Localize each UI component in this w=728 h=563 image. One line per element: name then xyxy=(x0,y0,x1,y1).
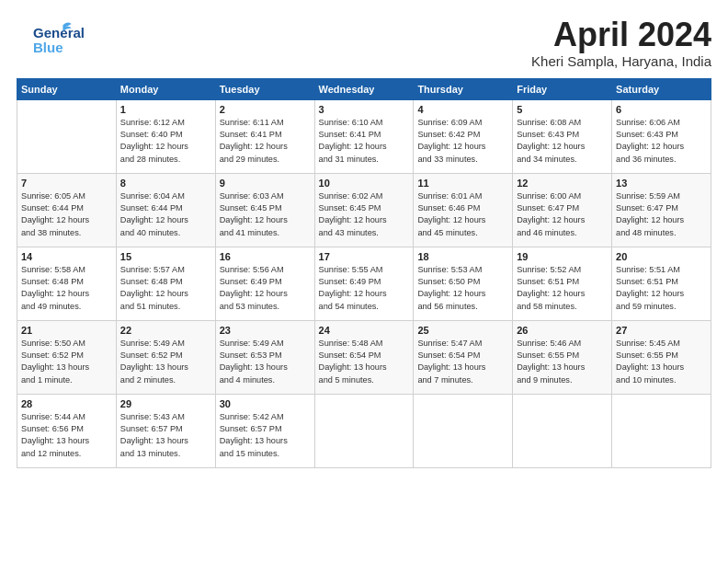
day-info: Sunrise: 5:44 AMSunset: 6:56 PMDaylight:… xyxy=(21,411,112,460)
calendar-cell: 14Sunrise: 5:58 AMSunset: 6:48 PMDayligh… xyxy=(17,247,117,320)
calendar-header-row: SundayMondayTuesdayWednesdayThursdayFrid… xyxy=(17,78,711,99)
calendar-cell: 22Sunrise: 5:49 AMSunset: 6:52 PMDayligh… xyxy=(116,320,215,394)
calendar-cell: 24Sunrise: 5:48 AMSunset: 6:54 PMDayligh… xyxy=(314,320,414,394)
day-info: Sunrise: 5:43 AMSunset: 6:57 PMDaylight:… xyxy=(120,411,211,460)
calendar-cell xyxy=(314,394,414,467)
day-of-week-header: Saturday xyxy=(612,78,711,99)
calendar-cell: 13Sunrise: 5:59 AMSunset: 6:47 PMDayligh… xyxy=(612,173,711,247)
day-info: Sunrise: 5:49 AMSunset: 6:52 PMDaylight:… xyxy=(120,338,211,386)
page: General Blue April 2024 Kheri Sampla, Ha… xyxy=(0,0,728,563)
day-info: Sunrise: 6:12 AMSunset: 6:40 PMDaylight:… xyxy=(120,117,211,166)
day-number: 16 xyxy=(220,251,311,262)
calendar-table: SundayMondayTuesdayWednesdayThursdayFrid… xyxy=(17,78,711,468)
day-of-week-header: Tuesday xyxy=(215,78,314,99)
day-info: Sunrise: 5:53 AMSunset: 6:50 PMDaylight:… xyxy=(417,264,508,313)
day-info: Sunrise: 5:42 AMSunset: 6:57 PMDaylight:… xyxy=(220,411,311,460)
day-info: Sunrise: 5:49 AMSunset: 6:53 PMDaylight:… xyxy=(220,338,311,386)
day-number: 9 xyxy=(220,178,311,189)
day-number: 17 xyxy=(319,251,410,262)
day-info: Sunrise: 6:08 AMSunset: 6:43 PMDaylight:… xyxy=(517,117,608,166)
day-number: 25 xyxy=(417,325,508,336)
day-info: Sunrise: 6:00 AMSunset: 6:47 PMDaylight:… xyxy=(517,190,608,239)
day-number: 12 xyxy=(517,178,608,189)
calendar-cell: 17Sunrise: 5:55 AMSunset: 6:49 PMDayligh… xyxy=(314,247,414,320)
day-info: Sunrise: 6:02 AMSunset: 6:45 PMDaylight:… xyxy=(319,190,410,239)
day-info: Sunrise: 5:46 AMSunset: 6:55 PMDaylight:… xyxy=(517,338,608,386)
day-number: 10 xyxy=(319,178,410,189)
day-info: Sunrise: 6:06 AMSunset: 6:43 PMDaylight:… xyxy=(616,117,707,166)
calendar-cell: 30Sunrise: 5:42 AMSunset: 6:57 PMDayligh… xyxy=(215,394,314,467)
day-info: Sunrise: 6:05 AMSunset: 6:44 PMDaylight:… xyxy=(21,190,112,239)
day-number: 24 xyxy=(319,325,410,336)
calendar-cell: 21Sunrise: 5:50 AMSunset: 6:52 PMDayligh… xyxy=(17,320,117,394)
day-info: Sunrise: 5:56 AMSunset: 6:49 PMDaylight:… xyxy=(220,264,311,313)
day-number: 28 xyxy=(21,398,112,409)
calendar-cell: 2Sunrise: 6:11 AMSunset: 6:41 PMDaylight… xyxy=(215,99,314,173)
day-info: Sunrise: 5:45 AMSunset: 6:55 PMDaylight:… xyxy=(616,338,707,386)
day-of-week-header: Monday xyxy=(116,78,215,99)
day-number: 7 xyxy=(21,178,112,189)
day-number: 29 xyxy=(120,398,211,409)
calendar-cell xyxy=(17,99,117,173)
day-info: Sunrise: 5:51 AMSunset: 6:51 PMDaylight:… xyxy=(616,264,707,313)
calendar-cell: 26Sunrise: 5:46 AMSunset: 6:55 PMDayligh… xyxy=(513,320,612,394)
calendar-cell: 23Sunrise: 5:49 AMSunset: 6:53 PMDayligh… xyxy=(215,320,314,394)
day-number: 19 xyxy=(517,251,608,262)
day-number: 23 xyxy=(220,325,311,336)
day-number: 11 xyxy=(417,178,508,189)
day-number: 13 xyxy=(616,178,707,189)
calendar-cell: 3Sunrise: 6:10 AMSunset: 6:41 PMDaylight… xyxy=(314,99,414,173)
day-info: Sunrise: 6:11 AMSunset: 6:41 PMDaylight:… xyxy=(220,117,311,166)
calendar-cell: 20Sunrise: 5:51 AMSunset: 6:51 PMDayligh… xyxy=(612,247,711,320)
day-info: Sunrise: 5:57 AMSunset: 6:48 PMDaylight:… xyxy=(120,264,211,313)
calendar-cell xyxy=(414,394,513,467)
day-info: Sunrise: 5:58 AMSunset: 6:48 PMDaylight:… xyxy=(21,264,112,313)
day-of-week-header: Sunday xyxy=(17,78,117,99)
location: Kheri Sampla, Haryana, India xyxy=(531,53,711,69)
day-number: 21 xyxy=(21,325,112,336)
month-title: April 2024 xyxy=(531,17,711,53)
day-number: 22 xyxy=(120,325,211,336)
day-number: 1 xyxy=(120,104,211,115)
svg-text:Blue: Blue xyxy=(33,40,63,55)
calendar-cell: 29Sunrise: 5:43 AMSunset: 6:57 PMDayligh… xyxy=(116,394,215,467)
day-of-week-header: Friday xyxy=(513,78,612,99)
calendar-week-row: 7Sunrise: 6:05 AMSunset: 6:44 PMDaylight… xyxy=(17,173,711,247)
calendar-cell: 18Sunrise: 5:53 AMSunset: 6:50 PMDayligh… xyxy=(414,247,513,320)
day-of-week-header: Thursday xyxy=(414,78,513,99)
calendar-week-row: 1Sunrise: 6:12 AMSunset: 6:40 PMDaylight… xyxy=(17,99,711,173)
day-info: Sunrise: 6:09 AMSunset: 6:42 PMDaylight:… xyxy=(417,117,508,166)
calendar-cell: 11Sunrise: 6:01 AMSunset: 6:46 PMDayligh… xyxy=(414,173,513,247)
day-number: 20 xyxy=(616,251,707,262)
day-info: Sunrise: 6:10 AMSunset: 6:41 PMDaylight:… xyxy=(319,117,410,166)
calendar-cell: 27Sunrise: 5:45 AMSunset: 6:55 PMDayligh… xyxy=(612,320,711,394)
calendar-cell: 5Sunrise: 6:08 AMSunset: 6:43 PMDaylight… xyxy=(513,99,612,173)
day-info: Sunrise: 5:50 AMSunset: 6:52 PMDaylight:… xyxy=(21,338,112,386)
calendar-cell xyxy=(612,394,711,467)
calendar-cell: 28Sunrise: 5:44 AMSunset: 6:56 PMDayligh… xyxy=(17,394,117,467)
day-number: 14 xyxy=(21,251,112,262)
calendar-cell: 16Sunrise: 5:56 AMSunset: 6:49 PMDayligh… xyxy=(215,247,314,320)
day-number: 2 xyxy=(220,104,311,115)
day-info: Sunrise: 6:04 AMSunset: 6:44 PMDaylight:… xyxy=(120,190,211,239)
calendar-cell: 25Sunrise: 5:47 AMSunset: 6:54 PMDayligh… xyxy=(414,320,513,394)
calendar-cell: 19Sunrise: 5:52 AMSunset: 6:51 PMDayligh… xyxy=(513,247,612,320)
day-number: 3 xyxy=(319,104,410,115)
calendar-cell: 6Sunrise: 6:06 AMSunset: 6:43 PMDaylight… xyxy=(612,99,711,173)
calendar-week-row: 28Sunrise: 5:44 AMSunset: 6:56 PMDayligh… xyxy=(17,394,711,467)
day-number: 15 xyxy=(120,251,211,262)
day-of-week-header: Wednesday xyxy=(314,78,414,99)
day-info: Sunrise: 6:01 AMSunset: 6:46 PMDaylight:… xyxy=(417,190,508,239)
calendar-cell: 15Sunrise: 5:57 AMSunset: 6:48 PMDayligh… xyxy=(116,247,215,320)
svg-text:General: General xyxy=(33,25,85,40)
day-number: 26 xyxy=(517,325,608,336)
calendar-cell: 7Sunrise: 6:05 AMSunset: 6:44 PMDaylight… xyxy=(17,173,117,247)
calendar-week-row: 14Sunrise: 5:58 AMSunset: 6:48 PMDayligh… xyxy=(17,247,711,320)
day-info: Sunrise: 5:55 AMSunset: 6:49 PMDaylight:… xyxy=(319,264,410,313)
day-number: 8 xyxy=(120,178,211,189)
calendar-cell: 8Sunrise: 6:04 AMSunset: 6:44 PMDaylight… xyxy=(116,173,215,247)
calendar-week-row: 21Sunrise: 5:50 AMSunset: 6:52 PMDayligh… xyxy=(17,320,711,394)
calendar-cell: 4Sunrise: 6:09 AMSunset: 6:42 PMDaylight… xyxy=(414,99,513,173)
day-info: Sunrise: 6:03 AMSunset: 6:45 PMDaylight:… xyxy=(220,190,311,239)
day-number: 5 xyxy=(517,104,608,115)
